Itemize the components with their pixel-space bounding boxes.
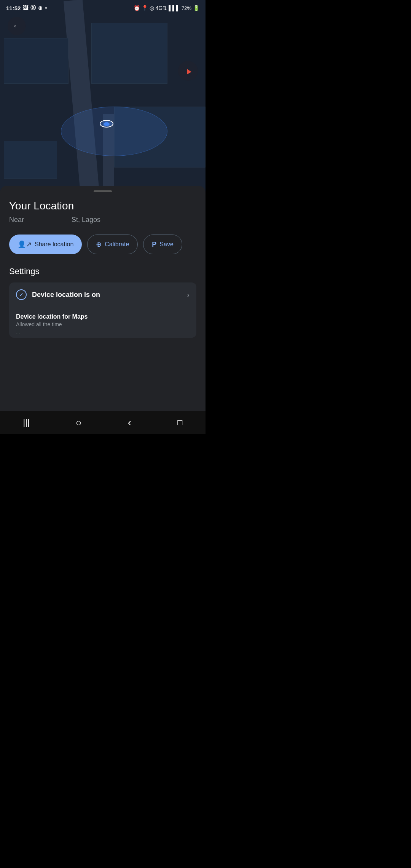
whatsapp-icon: ⊕ [38,5,43,11]
building-block-1 [91,23,167,84]
action-buttons-row: 👤↗ Share location ⊕ Calibrate P Save [9,235,196,254]
device-location-text: Device location is on [32,291,182,299]
map-view[interactable]: ← ▲ [0,0,206,202]
device-location-maps-row: Device location for Maps Allowed all the… [9,307,196,338]
settings-truncated-text: ... [16,330,190,335]
map-background [0,0,206,202]
status-left: 11:52 🖼 Ⓢ ⊕ • [6,5,47,11]
signal-icon: ▌▌▌ [169,5,180,11]
calibrate-button[interactable]: ⊕ Calibrate [87,235,138,254]
back-arrow-icon: ← [13,21,21,31]
skype-icon: Ⓢ [30,5,36,11]
gallery-icon: 🖼 [23,5,28,11]
status-bar: 11:52 🖼 Ⓢ ⊕ • ⏰ 📍 ◎ 4G⇅ ▌▌▌ 72% 🔋 [0,0,206,14]
save-button[interactable]: P Save [143,235,182,254]
location-dot-inner [104,122,110,126]
location-icon: 📍 [142,5,148,11]
status-right: ⏰ 📍 ◎ 4G⇅ ▌▌▌ 72% 🔋 [134,5,199,11]
battery-percent: 72% [182,5,191,11]
device-location-row[interactable]: ✓ Device location is on › [9,282,196,307]
back-button[interactable]: ← [8,17,26,35]
settings-card: ✓ Device location is on › Device locatio… [9,282,196,338]
location-subtitle: Near St, Lagos [9,216,196,224]
back-nav-button[interactable]: ‹ [125,413,134,432]
building-block-4 [4,141,57,179]
building-block-3 [4,38,68,84]
save-p-icon: P [152,241,156,249]
time: 11:52 [6,5,21,11]
data-icon: 4G⇅ [156,5,167,11]
share-location-button[interactable]: 👤↗ Share location [9,235,82,254]
alarm-icon: ⏰ [134,5,140,11]
compass-button[interactable]: ▲ [178,61,198,81]
home-button[interactable]: ○ [73,414,85,432]
bottom-sheet: Your Location Near St, Lagos 👤↗ Share lo… [0,186,206,434]
chevron-right-icon: › [187,290,190,299]
device-location-title: Device location is on [32,291,182,299]
settings-title: Settings [9,266,196,276]
location-title: Your Location [9,200,196,212]
device-location-maps-subtitle: Allowed all the time [16,321,190,327]
near-label: Near [9,216,24,223]
navigation-bar: ||| ○ ‹ □ [0,411,206,434]
device-location-maps-title: Device location for Maps [16,313,190,320]
battery-icon: 🔋 [193,5,199,11]
recent-apps-button[interactable]: ||| [20,415,33,431]
check-circle-icon: ✓ [16,289,27,300]
overview-button[interactable]: □ [174,415,185,431]
calibrate-label: Calibrate [105,241,129,248]
calibrate-icon: ⊕ [96,240,102,249]
dot-icon: • [45,5,47,11]
compass-arrow-icon: ▲ [182,64,194,77]
drag-handle[interactable] [94,190,112,192]
share-label: Share location [35,241,73,248]
save-label: Save [159,241,173,248]
street-label: St, Lagos [72,216,100,223]
share-icon: 👤↗ [18,240,32,249]
location-accuracy-circle [61,107,167,156]
wifi-icon: ◎ [150,5,154,11]
